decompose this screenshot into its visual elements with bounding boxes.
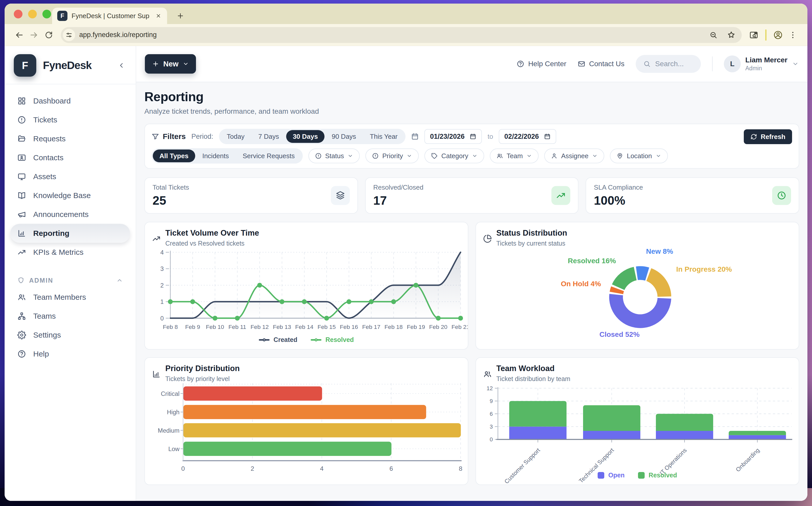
period-option-this-year[interactable]: This Year — [363, 130, 404, 143]
location-filter-dropdown[interactable]: Location — [610, 149, 668, 163]
trending-up-icon — [152, 230, 161, 247]
trending-up-icon — [551, 186, 570, 205]
plus-icon — [152, 60, 159, 68]
zoom-out-icon[interactable] — [707, 28, 720, 42]
sidebar-item-team-members[interactable]: Team Members — [10, 288, 130, 307]
sidebar-item-announcements[interactable]: Announcements — [10, 205, 130, 224]
forward-button[interactable] — [26, 27, 41, 43]
type-option-service-requests[interactable]: Service Requests — [236, 150, 301, 162]
category-filter-dropdown[interactable]: Category — [424, 149, 484, 163]
site-settings-icon[interactable] — [63, 29, 75, 41]
date-to-input[interactable]: 02/22/2026 — [499, 129, 556, 144]
svg-text:Feb 17: Feb 17 — [362, 324, 380, 330]
window-controls — [14, 10, 51, 18]
period-option-7-days[interactable]: 7 Days — [252, 130, 286, 143]
period-option-30-days[interactable]: 30 Days — [286, 130, 325, 143]
period-option-90-days[interactable]: 90 Days — [325, 130, 363, 143]
refresh-button[interactable]: Refresh — [744, 129, 792, 144]
type-option-incidents[interactable]: Incidents — [196, 150, 236, 162]
clock-icon — [772, 186, 791, 205]
svg-text:2: 2 — [160, 282, 164, 289]
chart-subtitle: Tickets by current status — [497, 240, 567, 247]
stat-label: SLA Compliance — [594, 183, 643, 191]
dashboard-icon — [17, 97, 26, 105]
user-icon — [551, 153, 557, 159]
zoom-window-button[interactable] — [42, 10, 51, 18]
period-option-today[interactable]: Today — [220, 130, 251, 143]
stat-value: 25 — [153, 193, 189, 207]
side-panel-search-icon[interactable] — [746, 27, 761, 43]
funnel-icon — [152, 133, 159, 140]
sidebar-item-label: Assets — [33, 172, 56, 181]
assignee-filter-dropdown[interactable]: Assignee — [544, 149, 604, 163]
sidebar-item-tickets[interactable]: Tickets — [10, 110, 130, 129]
sidebar-item-settings[interactable]: Settings — [10, 326, 130, 344]
stat-value: 17 — [373, 193, 424, 207]
priority-filter-dropdown[interactable]: Priority — [365, 149, 419, 163]
sidebar-item-teams[interactable]: Teams — [10, 307, 130, 326]
svg-text:6: 6 — [389, 465, 393, 472]
chart-subtitle: Ticket distribution by team — [497, 375, 570, 383]
app-header: New Help Center Contact Us — [136, 46, 807, 82]
alert-circle-icon — [17, 115, 26, 124]
sidebar-item-help[interactable]: Help — [10, 344, 130, 363]
close-window-button[interactable] — [14, 10, 22, 18]
calendar-icon[interactable] — [470, 133, 476, 140]
chart-title: Team Workload — [497, 364, 570, 373]
address-bar[interactable]: app.fynedesk.io/reporting — [61, 27, 742, 43]
contact-us-link[interactable]: Contact Us — [578, 60, 625, 68]
svg-text:Feb 12: Feb 12 — [251, 324, 269, 330]
svg-text:Critical: Critical — [161, 390, 179, 397]
tab-close-icon[interactable] — [154, 11, 163, 20]
svg-text:9: 9 — [489, 398, 492, 404]
gear-icon — [17, 331, 26, 339]
sidebar-item-reporting[interactable]: Reporting — [10, 224, 130, 243]
back-button[interactable] — [12, 27, 26, 43]
svg-text:High: High — [167, 409, 179, 416]
team-workload-chart-card: Team Workload Ticket distribution by tea… — [475, 357, 800, 485]
sidebar-item-kpis-metrics[interactable]: KPIs & Metrics — [10, 243, 130, 262]
new-button[interactable]: New — [145, 54, 196, 74]
sidebar-item-requests[interactable]: Requests — [10, 129, 130, 148]
chevron-down-icon — [183, 61, 189, 67]
minimize-window-button[interactable] — [28, 10, 37, 18]
chevron-down-icon — [792, 61, 799, 67]
monitor-icon — [17, 172, 26, 181]
sidebar-item-dashboard[interactable]: Dashboard — [10, 91, 130, 110]
sidebar-item-assets[interactable]: Assets — [10, 167, 130, 186]
new-tab-button[interactable] — [173, 8, 188, 24]
sidebar-item-label: Help — [33, 350, 49, 358]
priority-distribution-chart-card: Priority Distribution Tickets by priorit… — [144, 357, 468, 485]
status-filter-dropdown[interactable]: Status — [308, 149, 360, 163]
date-from-input[interactable]: 01/23/2026 — [424, 129, 482, 144]
avatar: L — [724, 56, 741, 72]
sidebar-collapse-button[interactable] — [116, 60, 127, 71]
svg-text:4: 4 — [320, 465, 324, 472]
browser-tab[interactable]: F FyneDesk | Customer Support — [52, 8, 167, 24]
team-filter-dropdown[interactable]: Team — [490, 149, 539, 163]
legend-item: Resolved — [311, 336, 354, 343]
type-option-all-types[interactable]: All Types — [153, 150, 195, 162]
bar-chart-icon — [17, 229, 26, 238]
user-menu[interactable]: L Liam Mercer Admin — [724, 56, 799, 72]
bookmark-star-icon[interactable] — [724, 28, 738, 42]
app-logo: F — [14, 54, 36, 77]
sidebar-item-knowledge-base[interactable]: Knowledge Base — [10, 186, 130, 205]
reload-button[interactable] — [41, 27, 56, 43]
calendar-icon — [411, 133, 419, 140]
search-input[interactable]: Search... — [636, 55, 701, 73]
stat-label: Resolved/Closed — [373, 183, 424, 191]
sidebar-item-contacts[interactable]: Contacts — [10, 148, 130, 167]
status-distribution-chart-card: Status Distribution Tickets by current s… — [475, 222, 800, 350]
help-center-link[interactable]: Help Center — [517, 60, 566, 68]
calendar-icon[interactable] — [544, 133, 551, 140]
browser-profile-button[interactable] — [771, 27, 786, 43]
browser-menu-icon[interactable] — [786, 27, 800, 43]
svg-text:Feb 14: Feb 14 — [295, 324, 313, 330]
map-pin-icon — [617, 153, 623, 159]
admin-section-header[interactable]: ADMIN — [10, 273, 130, 288]
chart-subtitle: Created vs Resolved tickets — [165, 240, 259, 247]
pie-chart-icon — [483, 230, 492, 247]
toolbar-divider — [765, 29, 766, 40]
svg-text:Feb 18: Feb 18 — [384, 324, 403, 330]
